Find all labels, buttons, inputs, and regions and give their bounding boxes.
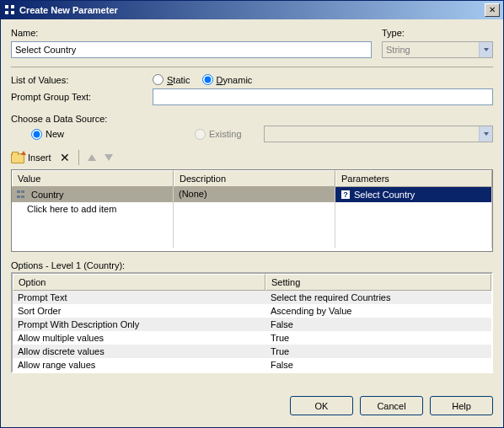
- titlebar-text: Create New Parameter: [19, 5, 485, 15]
- col-setting[interactable]: Setting: [265, 274, 491, 291]
- ok-button[interactable]: OK: [290, 396, 353, 415]
- options-grid: Option Setting Prompt TextSelect the req…: [11, 272, 493, 373]
- create-parameter-dialog: Create New Parameter ✕ Name: Type: Strin…: [0, 0, 504, 428]
- prompt-group-input[interactable]: [153, 88, 493, 105]
- app-icon: [4, 4, 16, 16]
- table-row[interactable]: Country (None) ? Select Country: [12, 187, 492, 202]
- titlebar: Create New Parameter ✕: [1, 1, 503, 19]
- radio-existing: Existing: [195, 129, 252, 140]
- option-row[interactable]: Sort OrderAscending by Value: [13, 304, 491, 318]
- col-value[interactable]: Value: [12, 170, 174, 187]
- move-down-button[interactable]: [105, 154, 113, 161]
- radio-new[interactable]: New: [31, 129, 183, 140]
- radio-static[interactable]: Static: [153, 74, 190, 85]
- help-button[interactable]: Help: [430, 396, 493, 415]
- type-select: String: [382, 41, 493, 58]
- col-description[interactable]: Description: [174, 170, 335, 187]
- list-of-values-label: List of Values:: [11, 75, 68, 85]
- col-option[interactable]: Option: [13, 274, 265, 291]
- name-label: Name:: [11, 28, 38, 38]
- option-row[interactable]: Prompt TextSelect the required Countries: [13, 291, 491, 304]
- options-title: Options - Level 1 (Country):: [11, 260, 125, 270]
- col-parameters[interactable]: Parameters: [335, 170, 492, 187]
- grid-header: Value Description Parameters: [12, 170, 492, 187]
- option-row[interactable]: Allow multiple valuesTrue: [13, 331, 491, 345]
- radio-dynamic[interactable]: Dynamic: [202, 74, 253, 85]
- separator: [11, 67, 493, 67]
- cancel-button[interactable]: Cancel: [360, 396, 423, 415]
- insert-icon: [11, 152, 24, 163]
- existing-select: [264, 126, 493, 142]
- name-input[interactable]: [11, 41, 372, 58]
- parameter-icon: ?: [340, 190, 351, 200]
- data-source-label: Choose a Data Source:: [11, 114, 107, 124]
- option-row[interactable]: Allow range valuesFalse: [13, 358, 491, 372]
- type-label: Type:: [382, 28, 405, 38]
- grid-toolbar: Insert ✕: [11, 147, 493, 168]
- chevron-down-icon: [479, 126, 492, 142]
- chevron-down-icon: [479, 42, 492, 57]
- dialog-footer: OK Cancel Help: [1, 384, 503, 427]
- field-icon: [17, 190, 27, 199]
- add-item-row[interactable]: Click here to add item: [12, 202, 492, 217]
- close-button[interactable]: ✕: [485, 3, 500, 17]
- delete-button[interactable]: ✕: [60, 151, 70, 164]
- move-up-button[interactable]: [88, 154, 96, 161]
- values-grid: Value Description Parameters Country (No…: [11, 169, 493, 252]
- insert-button[interactable]: Insert: [11, 152, 51, 163]
- type-value: String: [386, 45, 410, 55]
- option-row[interactable]: Allow discrete valuesTrue: [13, 345, 491, 358]
- toolbar-divider: [78, 150, 79, 165]
- option-row[interactable]: Prompt With Description OnlyFalse: [13, 318, 491, 331]
- prompt-group-label: Prompt Group Text:: [11, 92, 91, 102]
